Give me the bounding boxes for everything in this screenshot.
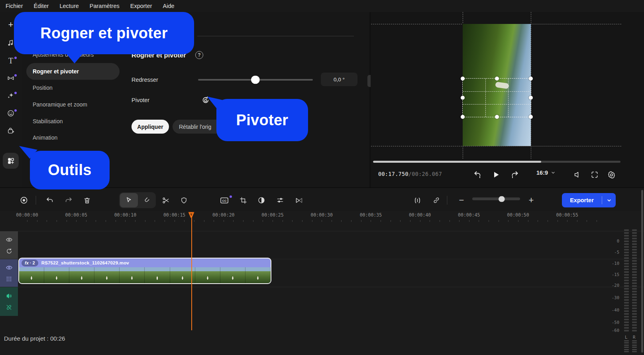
export-button[interactable]: Exporter	[562, 193, 616, 207]
menu-item-panoramique[interactable]: Panoramique et zoom	[33, 101, 87, 108]
mute-button[interactable]	[572, 170, 582, 180]
meter-segment	[632, 280, 637, 281]
menu-editer[interactable]: Éditer	[34, 3, 49, 9]
adjust-sliders-icon[interactable]	[275, 195, 285, 205]
timeline-zoom-thumb[interactable]	[499, 196, 505, 202]
menu-item-stabilisation[interactable]: Stabilisation	[33, 118, 63, 124]
ruler-tick	[450, 220, 450, 222]
meter-segment	[624, 345, 629, 346]
crop-handle[interactable]	[461, 77, 465, 81]
ruler-label: 00:00:35	[360, 212, 382, 218]
vertical-scrollbar[interactable]	[641, 190, 643, 353]
split-scissors-icon[interactable]	[161, 195, 171, 205]
apply-button[interactable]: Appliquer	[132, 120, 169, 134]
track-speaker-icon[interactable]	[5, 292, 13, 300]
meter-segment	[632, 347, 637, 348]
effects-notification-dot	[14, 92, 17, 94]
play-button[interactable]	[491, 170, 501, 180]
reset-original-button[interactable]: Rétablir l'orig	[173, 120, 224, 134]
export-label: Exporter	[562, 197, 602, 203]
clip-header: fx · 2 RS7522_shutterstock_1102647029.mo…	[19, 258, 271, 267]
menu-parametres[interactable]: Paramètres	[90, 3, 120, 9]
ruler-tick	[37, 220, 37, 222]
link-icon[interactable]	[431, 195, 442, 205]
fx-count: · 2	[30, 260, 35, 265]
settings-gear-icon[interactable]	[606, 170, 617, 180]
meter-segment	[624, 229, 629, 231]
track-effects-grid-icon[interactable]	[5, 275, 13, 283]
meter-segment	[632, 308, 637, 309]
chevron-down-icon	[551, 170, 556, 175]
crop-handle[interactable]	[529, 77, 533, 81]
menu-fichier[interactable]: Fichier	[6, 3, 23, 9]
menu-item-position[interactable]: Position	[33, 85, 53, 91]
straighten-label: Redresser	[132, 77, 158, 83]
meter-segment	[632, 321, 637, 323]
crop-handle[interactable]	[461, 115, 465, 119]
previous-frame-button[interactable]	[472, 170, 483, 180]
tools-icon[interactable]	[6, 156, 16, 166]
crop-handle[interactable]	[529, 96, 533, 100]
crop-handle[interactable]	[495, 77, 499, 81]
help-icon[interactable]: ?	[195, 51, 203, 59]
menu-exporter[interactable]: Exporter	[130, 3, 152, 9]
audio-channel-icon[interactable]	[412, 195, 422, 205]
ruler-tick	[391, 220, 391, 222]
ruler-tick	[587, 220, 587, 222]
crop-handle[interactable]	[495, 115, 499, 119]
templates-icon[interactable]	[6, 126, 16, 136]
fullscreen-button[interactable]	[589, 170, 600, 180]
next-frame-button[interactable]	[510, 170, 520, 180]
straighten-slider-thumb[interactable]	[251, 75, 260, 84]
straighten-slider[interactable]	[198, 76, 313, 83]
menu-aide[interactable]: Aide	[163, 3, 175, 9]
preview-panel: 00:17.750/00:26.067 16:9	[370, 12, 644, 187]
ruler-label: 00:00:25	[261, 212, 283, 218]
mask-shield-icon[interactable]	[179, 195, 189, 205]
ruler-label: 00:00:10	[114, 212, 136, 218]
timeline-ruler[interactable]: 00:00:0000:00:0500:00:1000:00:1500:00:20…	[0, 211, 644, 224]
panel-collapse-handle[interactable]	[367, 75, 371, 87]
timeline-zoom-slider[interactable]	[472, 197, 520, 200]
ruler-tick	[283, 220, 283, 222]
straighten-value-box[interactable]: 0,0 °	[321, 73, 357, 86]
menu-item-animation[interactable]: Animation	[33, 134, 57, 141]
zoom-in-button[interactable]: +	[526, 195, 536, 205]
crop-handle[interactable]	[529, 115, 533, 119]
export-chevron[interactable]	[602, 198, 616, 203]
menu-item-rogner-pivoter[interactable]: Rogner et pivoter	[33, 68, 79, 75]
overlap-split-icon[interactable]	[294, 195, 304, 205]
preview-progress-bar[interactable]	[373, 161, 620, 163]
contrast-icon[interactable]	[256, 195, 267, 205]
aspect-ratio-select[interactable]: 16:9	[536, 170, 556, 176]
crop-selection-box[interactable]	[462, 78, 531, 117]
undo-button[interactable]	[45, 195, 55, 205]
redo-button[interactable]	[63, 195, 74, 205]
zoom-out-button[interactable]: −	[456, 195, 467, 205]
transitions-notification-dot	[14, 74, 17, 77]
track-loop-icon[interactable]	[5, 247, 13, 255]
meter-segment	[632, 257, 637, 259]
ruler-tick	[508, 220, 509, 222]
video-clip[interactable]: fx · 2 RS7522_shutterstock_1102647029.mo…	[18, 258, 271, 284]
select-tool-icon[interactable]	[124, 195, 134, 205]
track-visibility-icon[interactable]	[5, 236, 13, 244]
playhead-pin[interactable]	[188, 211, 195, 221]
crop-icon[interactable]	[238, 195, 248, 205]
menu-lecture[interactable]: Lecture	[59, 3, 79, 9]
meter-scale-label: -30	[603, 295, 619, 300]
audio-track-lane[interactable]	[0, 287, 644, 316]
record-icon[interactable]	[19, 195, 29, 205]
ruler-tick	[184, 220, 185, 222]
delete-button[interactable]	[82, 195, 92, 205]
meter-segment	[624, 254, 629, 256]
captions-icon[interactable]: CC	[219, 195, 230, 205]
track-unlink-icon[interactable]	[5, 304, 13, 312]
meter-segment	[624, 249, 629, 250]
ruler-tick	[86, 220, 86, 222]
track-visibility-icon[interactable]	[5, 264, 13, 272]
crop-handle[interactable]	[461, 96, 465, 100]
overlay-track-lane[interactable]	[0, 231, 644, 259]
overlay-track-header	[0, 231, 18, 259]
playhead-line[interactable]	[191, 213, 192, 330]
